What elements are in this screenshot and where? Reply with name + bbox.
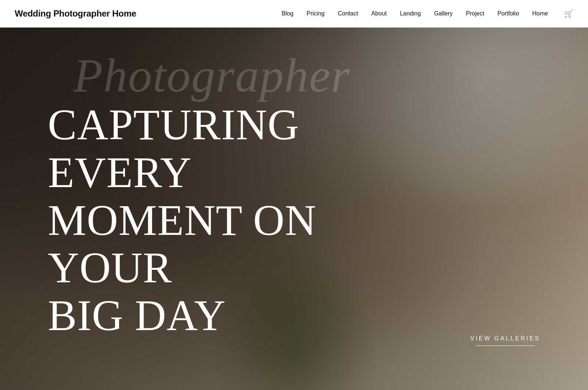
nav-item-gallery[interactable]: Gallery xyxy=(434,10,453,17)
hero-headline-line1: CAPTURING EVERY xyxy=(48,101,299,197)
hero-headline-line3: BIG DAY xyxy=(48,291,226,340)
navbar-brand[interactable]: Wedding Photographer Home xyxy=(15,8,136,19)
nav-item-blog[interactable]: Blog xyxy=(282,10,293,17)
navbar: Wedding Photographer Home Blog Pricing C… xyxy=(0,0,588,28)
nav-link-home[interactable]: Home xyxy=(532,10,548,17)
nav-item-contact[interactable]: Contact xyxy=(338,10,358,17)
hero-headline-line2: MOMENT ON YOUR xyxy=(48,196,316,292)
view-galleries-button[interactable]: VIEW GALLERIES xyxy=(470,335,540,342)
nav-item-portfolio[interactable]: Portfolio xyxy=(498,10,519,17)
cta-underline xyxy=(476,346,535,346)
nav-link-about[interactable]: About xyxy=(371,10,387,17)
hero-headline: CAPTURING EVERY MOMENT ON YOUR BIG DAY xyxy=(48,101,379,340)
nav-link-pricing[interactable]: Pricing xyxy=(306,10,325,17)
nav-item-project[interactable]: Project xyxy=(466,10,484,17)
cart-item[interactable]: 🛒 xyxy=(561,9,573,18)
nav-link-landing[interactable]: Landing xyxy=(400,10,421,17)
cart-icon[interactable]: 🛒 xyxy=(564,10,573,18)
hero-cta[interactable]: VIEW GALLERIES xyxy=(470,335,540,346)
nav-link-gallery[interactable]: Gallery xyxy=(434,10,453,17)
nav-item-pricing[interactable]: Pricing xyxy=(306,10,325,17)
nav-item-home[interactable]: Home xyxy=(532,10,548,17)
nav-link-contact[interactable]: Contact xyxy=(338,10,358,17)
hero-section: Photographer CAPTURING EVERY MOMENT ON Y… xyxy=(0,0,588,390)
navbar-links: Blog Pricing Contact About Landing Galle… xyxy=(282,9,573,18)
nav-item-about[interactable]: About xyxy=(371,10,387,17)
nav-item-landing[interactable]: Landing xyxy=(400,10,421,17)
nav-link-portfolio[interactable]: Portfolio xyxy=(498,10,519,17)
nav-link-blog[interactable]: Blog xyxy=(282,10,293,17)
nav-link-project[interactable]: Project xyxy=(466,10,484,17)
